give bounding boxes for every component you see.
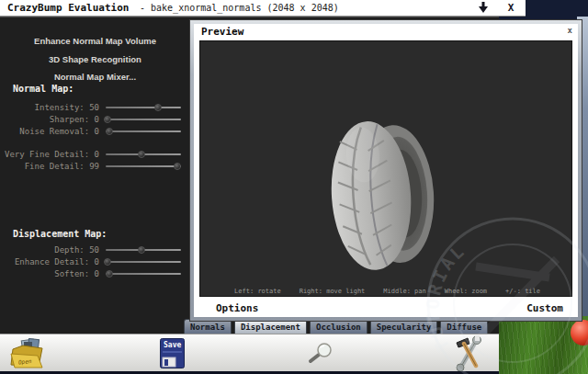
slider-row-soften: Soften: 0 (0, 269, 184, 278)
enhance-detail-slider[interactable] (106, 261, 181, 263)
slider-row-very-fine-detail: Very Fine Detail: 0 (0, 150, 184, 159)
preview-footer: Options Custom (194, 297, 578, 317)
very-fine-detail-label: Very Fine Detail: 0 (0, 150, 99, 159)
document-title: - bake_xnormal_normals (2048 x 2048) (140, 0, 339, 17)
crazybump-titlebar[interactable]: CrazyBump Evaluation - bake_xnormal_norm… (0, 0, 526, 17)
intensity-label: Intensity: 50 (0, 103, 99, 112)
intensity-slider-handle[interactable] (154, 104, 162, 111)
options-button[interactable]: Options (216, 302, 258, 314)
viewport-help-text: Left: rotate Right: move light Middle: p… (200, 288, 571, 295)
slider-row-fine-detail: Fine Detail: 99 (0, 162, 184, 171)
sharpen-label: Sharpen: 0 (0, 115, 99, 124)
preview-window[interactable]: Preview x (189, 19, 582, 322)
noise-removal-slider[interactable] (106, 130, 181, 132)
tire-3d-render (329, 115, 439, 276)
slider-row-noise-removal: Noise Removal: 0 (0, 127, 184, 136)
3d-shape-recognition-button[interactable]: 3D Shape Recognition (0, 52, 190, 67)
very-fine-detail-slider-handle[interactable] (138, 151, 145, 158)
soften-label: Soften: 0 (0, 269, 99, 278)
slider-row-depth: Depth: 50 (0, 245, 184, 255)
bottom-toolbar: Open Save (0, 334, 499, 371)
save-file-icon[interactable]: Save (160, 338, 185, 368)
enhance-normal-map-volume-button[interactable]: Enhance Normal Map Volume (0, 34, 190, 49)
slider-row-enhance-detail: Enhance Detail: 0 (0, 257, 184, 266)
normal-map-mixer-button[interactable]: Normal Map Mixer... (0, 70, 190, 85)
magnifier-icon[interactable] (307, 343, 334, 365)
depth-slider-handle[interactable] (138, 246, 145, 254)
depth-label: Depth: 50 (0, 245, 99, 255)
preview-window-title: Preview (201, 26, 243, 38)
intensity-slider[interactable] (106, 107, 181, 108)
fine-detail-label: Fine Detail: 99 (0, 162, 99, 171)
noise-removal-label: Noise Removal: 0 (0, 127, 99, 136)
noise-removal-slider-handle[interactable] (106, 128, 113, 135)
sharpen-slider-handle[interactable] (104, 116, 111, 123)
slider-row-sharpen: Sharpen: 0 (0, 115, 184, 124)
fine-detail-slider-handle[interactable] (174, 163, 181, 170)
preview-3d-viewport[interactable]: Left: rotate Right: move light Middle: p… (199, 40, 572, 297)
minimize-icon[interactable] (474, 1, 492, 16)
svg-text:Save: Save (164, 341, 181, 349)
normal-map-header: Normal Map: (13, 84, 74, 94)
sharpen-slider[interactable] (106, 119, 181, 120)
tools-icon[interactable] (452, 335, 485, 371)
enhance-detail-slider-handle[interactable] (104, 258, 111, 266)
very-fine-detail-slider[interactable] (106, 153, 181, 155)
preview-window-inner: Preview x (194, 24, 578, 317)
open-file-icon[interactable]: Open (9, 338, 46, 369)
enhance-detail-label: Enhance Detail: 0 (0, 257, 99, 266)
app-title: CrazyBump Evaluation (7, 0, 129, 17)
depth-slider[interactable] (106, 249, 181, 251)
preview-close-icon[interactable]: x (568, 26, 572, 35)
soften-slider[interactable] (106, 273, 181, 275)
custom-button[interactable]: Custom (526, 302, 563, 314)
displacement-map-header: Displacement Map: (13, 229, 107, 239)
slider-row-intensity: Intensity: 50 (0, 103, 184, 112)
fine-detail-slider[interactable] (106, 165, 181, 167)
screen: Enhance Normal Map Volume 3D Shape Recog… (0, 0, 588, 374)
close-icon[interactable]: X (502, 1, 520, 16)
soften-slider-handle[interactable] (106, 270, 113, 278)
